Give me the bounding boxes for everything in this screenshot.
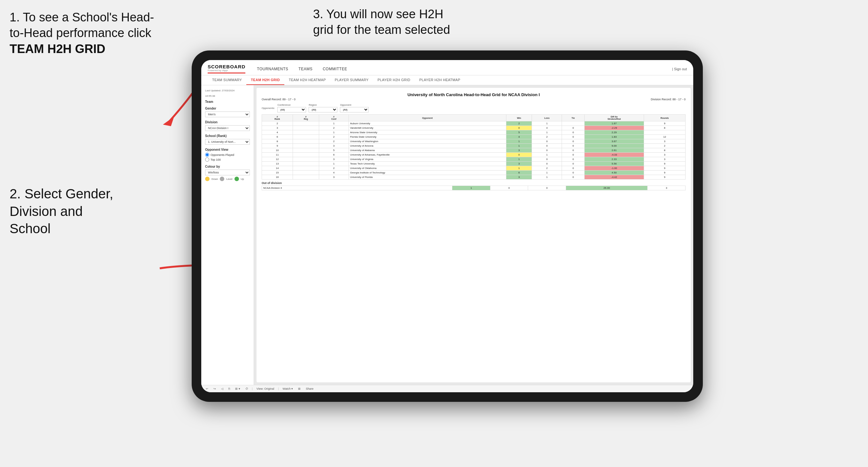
opponent-filter-select[interactable]: (All): [340, 107, 369, 113]
sub-nav-team-summary[interactable]: TEAM SUMMARY: [208, 75, 246, 85]
col-rank: #Rank: [262, 115, 293, 121]
cell-tie: 0: [562, 157, 584, 162]
ood-win: 1: [453, 186, 490, 190]
annotation-2-line2: Division and: [9, 204, 83, 219]
cell-loss: 0: [532, 162, 562, 166]
svg-marker-0: [163, 117, 174, 126]
col-conf: #Conf: [319, 115, 348, 121]
toolbar-watch[interactable]: Watch ▾: [281, 386, 294, 391]
table-row: 6 2 Florida State University 4 2 0 1.83 …: [262, 135, 686, 139]
nav-teams[interactable]: TEAMS: [293, 64, 317, 74]
toolbar-grid-icon[interactable]: ⊞: [297, 386, 302, 391]
conference-filter-select[interactable]: (All): [277, 107, 306, 113]
cell-rounds: 9: [644, 162, 685, 166]
toolbar-clock[interactable]: ⏱: [244, 386, 249, 391]
nav-tournaments[interactable]: TOURNAMENTS: [252, 64, 293, 74]
cell-reg: [292, 135, 319, 139]
table-row: 9 3 University of Arizona 1 0 0 9.00 2: [262, 144, 686, 148]
cell-rank: 11: [262, 153, 293, 157]
opponents-filter-label: Opponents:: [261, 107, 275, 110]
opponent-filter-label: Opponent: [340, 103, 369, 106]
toolbar-share[interactable]: Share: [305, 386, 315, 391]
cell-reg: [292, 126, 319, 130]
gender-select[interactable]: Men's: [205, 112, 250, 117]
toolbar-copy[interactable]: ⎘: [227, 386, 231, 391]
table-row: 16 3 University of Florida 3 1 0 -4.42 9: [262, 175, 686, 180]
cell-rank: 3: [262, 126, 293, 130]
cell-diff: -1.00: [584, 166, 644, 170]
cell-diff: -4.33: [584, 153, 644, 157]
table-row: 13 1 Texas Tech University 3 0 0 5.56 9: [262, 162, 686, 166]
nav-committee[interactable]: COMMITTEE: [317, 64, 352, 74]
toolbar-paste[interactable]: ⊞ ▾: [234, 386, 242, 391]
col-reg: #Reg: [292, 115, 319, 121]
cell-loss: 1: [532, 153, 562, 157]
cell-opponent: University of Oklahoma: [348, 166, 506, 170]
cell-diff: 1.83: [584, 135, 644, 139]
cell-win: 6: [506, 170, 532, 175]
cell-opponent: University of Arkansas, Fayetteville: [348, 153, 506, 157]
toolbar-back[interactable]: ◁: [220, 386, 225, 391]
ood-tie: 0: [528, 186, 566, 190]
sign-out-button[interactable]: | Sign out: [672, 67, 687, 71]
ood-rounds: 3: [648, 186, 686, 190]
radio-top-100[interactable]: Top 100: [205, 157, 250, 162]
cell-opponent: Texas Tech University: [348, 162, 506, 166]
dot-up-label: Up: [241, 178, 244, 181]
radio-opponents-played[interactable]: Opponents Played: [205, 153, 250, 157]
cell-loss: 0: [532, 148, 562, 153]
cell-rounds: 9: [644, 170, 685, 175]
cell-conf: 2: [319, 126, 348, 130]
cell-loss: 2: [532, 135, 562, 139]
toolbar-undo[interactable]: ↩: [205, 386, 210, 391]
cell-rank: 6: [262, 135, 293, 139]
radio-top-100-label: Top 100: [211, 158, 221, 161]
out-of-division-table: NCAA Division II 1 0 0 26.00 3: [261, 186, 686, 190]
cell-opponent: University of Alabama: [348, 148, 506, 153]
sub-nav-player-h2h-grid[interactable]: PLAYER H2H GRID: [373, 75, 415, 85]
cell-tie: 0: [562, 139, 584, 144]
cell-conf: 3: [319, 144, 348, 148]
cell-opponent: Vanderbilt University: [348, 126, 506, 130]
school-select[interactable]: 1. University of Nort...: [205, 139, 250, 145]
opponent-view-label: Opponent View: [205, 148, 250, 151]
cell-loss: 1: [532, 175, 562, 180]
dot-up: [235, 177, 239, 181]
cell-reg: [292, 139, 319, 144]
cell-reg: [292, 148, 319, 153]
cell-rounds: [644, 130, 685, 135]
cell-reg: [292, 157, 319, 162]
cell-rounds: 8: [644, 148, 685, 153]
cell-loss: 2: [532, 166, 562, 170]
cell-rank: 2: [262, 121, 293, 126]
cell-reg: [292, 130, 319, 135]
sub-nav-player-h2h-heatmap[interactable]: PLAYER H2H HEATMAP: [415, 75, 465, 85]
cell-win: 1: [506, 157, 532, 162]
radio-top-100-input[interactable]: [205, 157, 209, 162]
cell-opponent: University of Virginia: [348, 157, 506, 162]
colour-by-select[interactable]: Win/loss: [205, 169, 250, 175]
out-of-division-row: NCAA Division II 1 0 0 26.00 3: [262, 186, 686, 190]
sub-nav-player-summary[interactable]: PLAYER SUMMARY: [330, 75, 373, 85]
main-content: Last Updated: 27/03/2024 16:55:38 Team G…: [201, 85, 693, 385]
cell-rank: 14: [262, 166, 293, 170]
toolbar-redo[interactable]: ↪: [212, 386, 217, 391]
logo-sub-text: Powered by clippi: [208, 69, 245, 72]
toolbar-view[interactable]: View: Original: [255, 386, 275, 391]
cell-tie: 0: [562, 175, 584, 180]
division-select[interactable]: NCAA Division I: [205, 125, 250, 131]
sub-nav-team-h2h-grid[interactable]: TEAM H2H GRID: [246, 75, 284, 85]
annotation-1-line2: to-Head performance click: [9, 26, 151, 40]
grid-area: University of North Carolina Head-to-Hea…: [256, 88, 691, 382]
cell-loss: 0: [532, 157, 562, 162]
cell-conf: 2: [319, 166, 348, 170]
radio-opponents-played-input[interactable]: [205, 153, 209, 157]
region-filter-select[interactable]: (All): [309, 107, 337, 113]
sub-nav-team-h2h-heatmap[interactable]: TEAM H2H HEATMAP: [284, 75, 330, 85]
cell-loss: 1: [532, 170, 562, 175]
cell-loss: 0: [532, 139, 562, 144]
opponent-filter: Opponent (All): [340, 103, 369, 113]
cell-diff: 2.61: [584, 148, 644, 153]
cell-opponent: University of Florida: [348, 175, 506, 180]
cell-opponent: University of Washington: [348, 139, 506, 144]
